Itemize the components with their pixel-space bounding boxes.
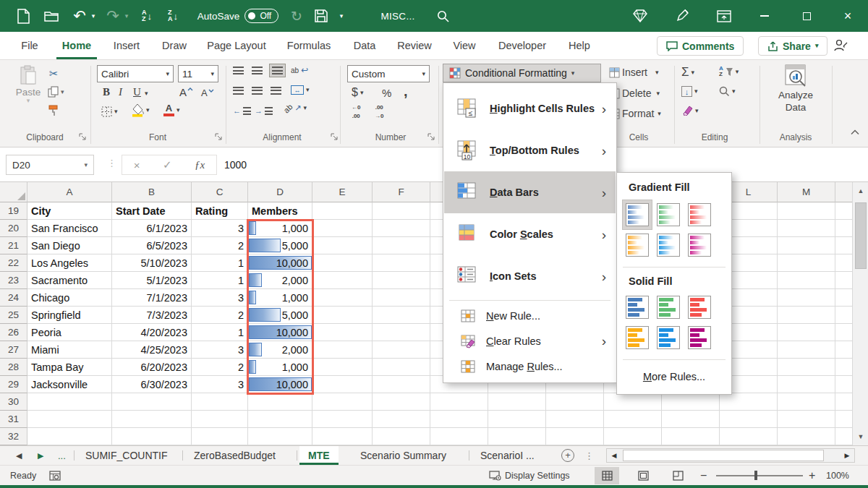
sheet-nav-ellipsis[interactable]: ... <box>58 446 66 465</box>
find-select-button[interactable]: ▾ <box>719 86 736 97</box>
cell-a24[interactable]: Chicago <box>27 289 112 307</box>
decrease-font-size-button[interactable]: A <box>201 87 214 98</box>
row-header-26[interactable]: 26 <box>0 324 27 341</box>
cell[interactable] <box>662 393 720 411</box>
maximize-button[interactable] <box>797 0 816 32</box>
tab-view[interactable]: View <box>447 32 482 59</box>
cell[interactable] <box>312 428 373 445</box>
menu-item-data-bars[interactable]: Data Bars › <box>444 171 616 213</box>
cell[interactable] <box>778 202 835 220</box>
cell[interactable] <box>604 411 662 428</box>
undo-icon[interactable]: ↶ <box>71 0 88 32</box>
cell[interactable] <box>312 254 373 272</box>
cell-b21[interactable]: 6/5/2023 <box>112 237 192 254</box>
zoom-slider-track[interactable] <box>716 475 803 476</box>
column-header-f[interactable]: F <box>373 182 430 202</box>
cell-a27[interactable]: Miami <box>27 341 112 359</box>
align-middle-button[interactable] <box>252 67 263 74</box>
cell-c24[interactable]: 3 <box>192 289 248 307</box>
cell-d28[interactable]: 1,000 <box>248 359 312 376</box>
column-header-d[interactable]: D <box>248 182 312 202</box>
sheet-tab-sumif-countif[interactable]: SUMIF_COUNTIF <box>77 446 176 465</box>
cell[interactable] <box>373 202 430 220</box>
cancel-icon[interactable]: × <box>134 159 140 171</box>
save-dropdown-icon[interactable]: ▾ <box>337 0 346 32</box>
cell[interactable] <box>312 376 373 393</box>
tab-review[interactable]: Review <box>392 32 437 59</box>
solid-blue-data-bar-swatch[interactable] <box>623 293 652 322</box>
cell-b25[interactable]: 7/3/2023 <box>112 307 192 324</box>
cell-c23[interactable]: 1 <box>192 272 248 289</box>
cell[interactable] <box>546 411 604 428</box>
cell[interactable] <box>373 220 430 237</box>
cell[interactable] <box>604 393 662 411</box>
cell-a28[interactable]: Tampa Bay <box>27 359 112 376</box>
cell[interactable] <box>778 324 835 341</box>
cell[interactable] <box>312 220 373 237</box>
cell[interactable] <box>720 428 778 445</box>
cell[interactable] <box>778 359 835 376</box>
select-all-corner[interactable] <box>0 182 27 202</box>
cell[interactable] <box>373 254 430 272</box>
gradient-blue-data-bar-swatch[interactable] <box>623 200 652 229</box>
cell-c20[interactable]: 3 <box>192 220 248 237</box>
borders-button[interactable]: ▾ <box>101 106 118 117</box>
cell[interactable] <box>778 393 835 411</box>
cell[interactable] <box>662 411 720 428</box>
cell[interactable] <box>835 376 852 393</box>
cell-a25[interactable]: Springfield <box>27 307 112 324</box>
cell[interactable] <box>835 254 852 272</box>
gradient-orange-data-bar-swatch[interactable] <box>623 231 652 260</box>
accounting-format-button[interactable]: $▾ <box>352 86 363 99</box>
cell-a23[interactable]: Sacramento <box>27 272 112 289</box>
cell-b20[interactable]: 6/1/2023 <box>112 220 192 237</box>
sheet-tab-scenario-partial[interactable]: ScenarioI ... <box>472 446 543 465</box>
sheet-tab-zerobasedbudget[interactable]: ZeroBasedBudget <box>185 446 284 465</box>
row-header-28[interactable]: 28 <box>0 359 27 376</box>
cell[interactable] <box>778 272 835 289</box>
bold-button[interactable]: B <box>103 86 110 98</box>
share-button[interactable]: Share ▾ <box>758 36 827 56</box>
premium-diamond-icon[interactable] <box>631 0 650 32</box>
cell[interactable] <box>373 324 430 341</box>
cell-c21[interactable]: 2 <box>192 237 248 254</box>
solid-orange-data-bar-swatch[interactable] <box>623 323 652 352</box>
cell-b23[interactable]: 5/1/2023 <box>112 272 192 289</box>
number-format-combobox[interactable]: Custom▾ <box>347 65 430 82</box>
row-header-32[interactable]: 32 <box>0 428 27 445</box>
increase-decimal-button[interactable]: ←0.00 <box>352 105 360 120</box>
cell[interactable] <box>835 428 852 445</box>
cell[interactable] <box>248 393 312 411</box>
vertical-scroll-thumb[interactable] <box>855 202 867 269</box>
cell[interactable] <box>778 411 835 428</box>
cell[interactable] <box>248 411 312 428</box>
underline-button[interactable]: U <box>133 86 141 98</box>
column-header-c[interactable]: C <box>192 182 248 202</box>
sheet-tab-mte[interactable]: MTE <box>299 446 339 465</box>
solid-green-data-bar-swatch[interactable] <box>654 293 683 322</box>
align-left-button[interactable] <box>233 87 244 95</box>
add-sheet-button[interactable]: + <box>561 449 574 462</box>
tab-help[interactable]: Help <box>563 32 596 59</box>
align-right-button[interactable] <box>271 87 281 95</box>
percent-style-button[interactable]: % <box>382 87 391 99</box>
column-header-m[interactable]: M <box>778 182 835 202</box>
underline-dropdown-icon[interactable]: ▾ <box>145 90 148 97</box>
align-top-button[interactable] <box>233 67 244 74</box>
cell[interactable] <box>373 376 430 393</box>
cell[interactable] <box>835 272 852 289</box>
cell-c27[interactable]: 3 <box>192 341 248 359</box>
column-header-b[interactable]: B <box>112 182 192 202</box>
scroll-left-icon[interactable]: ◀ <box>607 449 621 462</box>
clipboard-dialog-launcher[interactable] <box>78 132 87 141</box>
cell-a26[interactable]: Peoria <box>27 324 112 341</box>
cell[interactable] <box>835 220 852 237</box>
cell[interactable] <box>312 324 373 341</box>
ribbon-display-options-icon[interactable] <box>715 0 733 32</box>
conditional-formatting-button[interactable]: Conditional Formatting ▾ <box>443 64 601 82</box>
tab-home[interactable]: Home <box>56 32 97 59</box>
menu-item-top-bottom-rules[interactable]: 10 Top/Bottom Rules › <box>444 129 616 171</box>
increase-font-size-button[interactable]: A <box>179 86 193 98</box>
cell[interactable] <box>778 376 835 393</box>
cell[interactable] <box>192 393 248 411</box>
